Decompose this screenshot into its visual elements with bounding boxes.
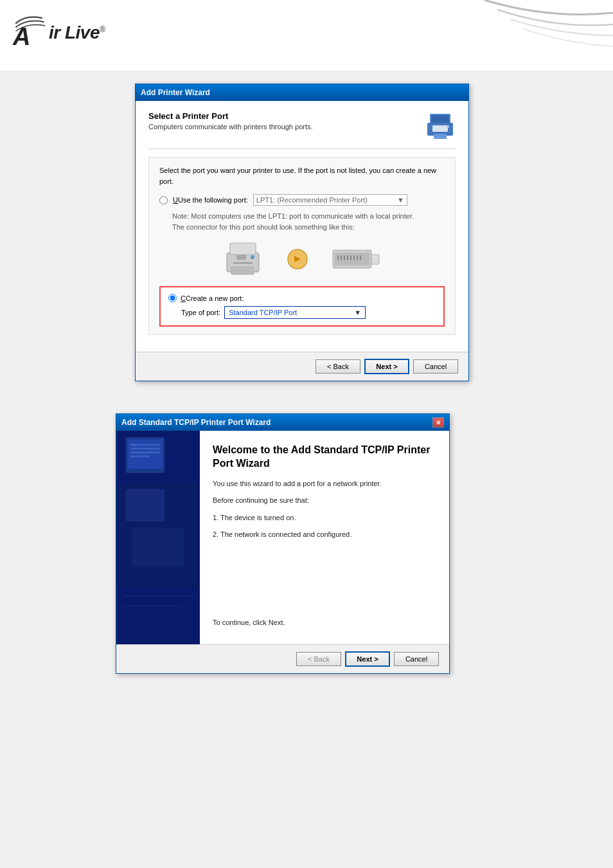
wizard-header: Select a Printer Port Computers communic… bbox=[148, 111, 456, 149]
dialog1-footer: < Back Next > Cancel bbox=[136, 352, 468, 381]
svg-rect-36 bbox=[126, 489, 164, 521]
dialog2-titlebar-buttons: ✕ bbox=[432, 417, 444, 428]
dialog2-close-button[interactable]: ✕ bbox=[432, 417, 444, 428]
svg-rect-18 bbox=[341, 255, 342, 260]
svg-rect-8 bbox=[230, 243, 256, 255]
svg-rect-10 bbox=[236, 255, 246, 260]
tcpip-right-panel: Welcome to the Add Standard TCP/IP Print… bbox=[200, 431, 449, 644]
printer-svg bbox=[224, 240, 265, 278]
printer-images bbox=[159, 240, 445, 278]
dialog2-cancel-button[interactable]: Cancel bbox=[394, 652, 439, 666]
svg-rect-23 bbox=[357, 255, 358, 260]
welcome-description: You use this wizard to add a port for a … bbox=[213, 478, 436, 489]
svg-rect-9 bbox=[233, 262, 253, 264]
dialog1-back-button[interactable]: < Back bbox=[315, 359, 360, 374]
before-title: Before continuing be sure that: bbox=[213, 495, 436, 506]
svg-rect-15 bbox=[335, 253, 369, 266]
svg-rect-32 bbox=[130, 448, 160, 449]
step1: 1. The device is turned on. bbox=[213, 512, 436, 523]
dialog2-title: Add Standard TCP/IP Printer Port Wizard bbox=[121, 418, 271, 427]
create-port-section: CCreate a new port: Type of port: Standa… bbox=[159, 286, 445, 327]
dialog1-cancel-button[interactable]: Cancel bbox=[413, 359, 458, 374]
port-note: Note: Most computers use the LPT1: port … bbox=[172, 211, 445, 232]
svg-rect-4 bbox=[432, 125, 448, 132]
printer-icon bbox=[425, 111, 456, 142]
dialog2-back-button[interactable]: < Back bbox=[296, 652, 341, 666]
port-type-dropdown[interactable]: Standard TCP/IP Port ▼ bbox=[224, 306, 366, 319]
svg-rect-34 bbox=[130, 455, 150, 457]
dialog1-title: Add Printer Wizard bbox=[141, 88, 210, 97]
svg-rect-16 bbox=[371, 255, 379, 264]
dialog1-next-button[interactable]: Next > bbox=[364, 359, 409, 374]
continue-text: To continue, click Next. bbox=[213, 617, 436, 628]
port-type-value: Standard TCP/IP Port bbox=[229, 309, 297, 316]
svg-rect-5 bbox=[434, 134, 447, 139]
dialog2-next-button[interactable]: Next > bbox=[345, 651, 390, 667]
swoosh-decoration bbox=[433, 0, 613, 71]
svg-rect-30 bbox=[128, 439, 163, 469]
use-port-label[interactable]: UUse the following port: bbox=[173, 196, 248, 204]
type-port-row: Type of port: Standard TCP/IP Port ▼ bbox=[168, 306, 436, 319]
create-port-radio-row: CCreate a new port: bbox=[168, 294, 436, 302]
port-section: Select the port you want your printer to… bbox=[148, 157, 456, 335]
header: A ir Live® bbox=[0, 0, 613, 71]
svg-rect-17 bbox=[337, 255, 339, 260]
type-port-label: Type of port: bbox=[181, 309, 220, 316]
step2: 2. The network is connected and configur… bbox=[213, 529, 436, 540]
logo-text: ir Live® bbox=[49, 23, 105, 43]
svg-text:A: A bbox=[13, 23, 30, 47]
svg-rect-38 bbox=[123, 596, 194, 597]
svg-rect-24 bbox=[360, 255, 361, 260]
svg-rect-19 bbox=[344, 255, 345, 260]
port-connector-svg bbox=[330, 245, 381, 274]
wizard-section-subtitle: Computers communicate with printers thro… bbox=[148, 123, 313, 131]
svg-rect-20 bbox=[347, 255, 348, 260]
tcpip-artwork bbox=[116, 431, 200, 644]
port-type-arrow: ▼ bbox=[354, 309, 361, 316]
dialog2-body: Welcome to the Add Standard TCP/IP Print… bbox=[116, 431, 449, 644]
dialog2-footer: < Back Next > Cancel bbox=[116, 644, 449, 673]
tcpip-wizard-dialog: Add Standard TCP/IP Printer Port Wizard … bbox=[116, 413, 450, 674]
svg-rect-12 bbox=[231, 267, 254, 275]
create-port-radio[interactable] bbox=[168, 294, 177, 302]
wizard-section-title: Select a Printer Port bbox=[148, 111, 313, 121]
cable-connector-svg bbox=[285, 246, 310, 272]
add-printer-wizard-dialog: Add Printer Wizard Select a Printer Port… bbox=[135, 84, 469, 381]
svg-rect-33 bbox=[130, 451, 160, 453]
tcpip-content: Welcome to the Add Standard TCP/IP Print… bbox=[116, 431, 449, 644]
svg-rect-39 bbox=[123, 606, 181, 607]
welcome-title: Welcome to the Add Standard TCP/IP Print… bbox=[213, 444, 436, 471]
dialog2-titlebar: Add Standard TCP/IP Printer Port Wizard … bbox=[116, 414, 449, 431]
svg-rect-40 bbox=[123, 615, 188, 617]
dialog1-body: Select a Printer Port Computers communic… bbox=[136, 101, 468, 352]
use-port-row: UUse the following port: LPT1: (Recommen… bbox=[159, 194, 445, 206]
create-port-label[interactable]: CCreate a new port: bbox=[181, 294, 244, 302]
svg-point-6 bbox=[447, 125, 449, 128]
port-instruction: Select the port you want your printer to… bbox=[159, 165, 445, 186]
wizard-title-area: Select a Printer Port Computers communic… bbox=[148, 111, 313, 131]
port-dropdown-value: LPT1: (Recommended Printer Port) bbox=[256, 196, 368, 204]
port-dropdown[interactable]: LPT1: (Recommended Printer Port) ▼ bbox=[253, 194, 407, 206]
svg-rect-37 bbox=[132, 528, 184, 566]
svg-rect-21 bbox=[350, 255, 351, 260]
svg-point-11 bbox=[251, 255, 254, 259]
dialog1-titlebar: Add Printer Wizard bbox=[136, 84, 468, 101]
logo-icon: A bbox=[13, 12, 45, 49]
port-dropdown-arrow: ▼ bbox=[397, 196, 404, 204]
tcpip-left-panel bbox=[116, 431, 200, 644]
svg-rect-31 bbox=[130, 444, 160, 446]
main-content: Add Printer Wizard Select a Printer Port… bbox=[0, 71, 613, 712]
svg-rect-22 bbox=[353, 255, 355, 260]
use-port-radio[interactable] bbox=[159, 196, 168, 204]
